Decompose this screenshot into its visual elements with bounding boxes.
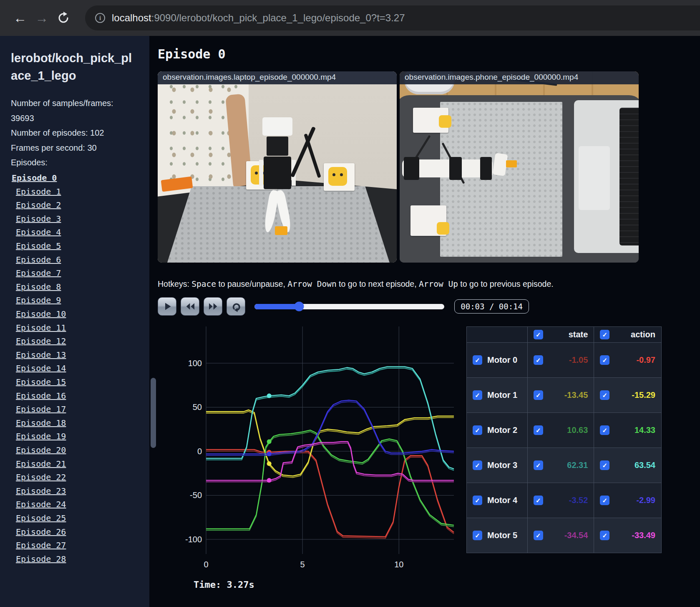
play-button[interactable]: [158, 297, 176, 316]
state-value: -1.05: [569, 355, 588, 365]
address-bar[interactable]: i localhost:9090/lerobot/koch_pick_place…: [85, 5, 700, 30]
sidebar: lerobot/koch_pick_place_1_lego Number of…: [0, 36, 149, 607]
episode-link[interactable]: Episode 21: [16, 457, 138, 471]
motor-label: Motor 3: [487, 460, 517, 470]
action-value: -33.49: [632, 531, 655, 540]
loop-icon: [229, 300, 243, 313]
action-checkbox[interactable]: [600, 425, 609, 435]
action-column-checkbox[interactable]: [600, 330, 609, 339]
episode-link[interactable]: Episode 5: [16, 239, 138, 253]
motor-checkbox[interactable]: [473, 425, 482, 435]
episode-link[interactable]: Episode 14: [16, 362, 138, 375]
svg-text:10: 10: [394, 560, 403, 569]
samples-count: Number of samples/frames: 39693: [11, 96, 138, 126]
state-value: 10.63: [567, 425, 588, 435]
rewind-button[interactable]: [181, 297, 199, 316]
episodes-count: Number of episodes: 102: [11, 126, 138, 141]
svg-text:50: 50: [193, 402, 202, 412]
motor-checkbox[interactable]: [473, 355, 482, 365]
state-checkbox[interactable]: [534, 425, 543, 435]
episode-link[interactable]: Episode 10: [16, 307, 138, 321]
player-controls: 00:03 / 00:14: [158, 297, 529, 316]
page-title: Episode 0: [158, 47, 700, 61]
episode-link[interactable]: Episode 24: [16, 498, 138, 511]
episode-link[interactable]: Episode 12: [16, 334, 138, 348]
action-checkbox[interactable]: [600, 460, 609, 470]
action-value: -15.29: [632, 390, 655, 400]
episode-link[interactable]: Episode 20: [16, 443, 138, 457]
chart-time-label: Time: 3.27s: [194, 579, 457, 590]
action-checkbox[interactable]: [600, 496, 609, 505]
state-checkbox[interactable]: [534, 496, 543, 505]
action-value: -2.99: [636, 496, 655, 505]
svg-text:0: 0: [197, 447, 202, 456]
episode-link[interactable]: Episode 28: [16, 552, 138, 566]
episode-link[interactable]: Episode 18: [16, 416, 138, 430]
action-checkbox[interactable]: [600, 390, 609, 400]
site-info-icon[interactable]: i: [95, 13, 105, 23]
fast-forward-icon: [206, 300, 220, 313]
motor-chart-canvas[interactable]: -100-500501000510: [158, 326, 457, 574]
motor-checkbox[interactable]: [473, 460, 482, 470]
state-checkbox[interactable]: [534, 355, 543, 365]
state-checkbox[interactable]: [534, 390, 543, 400]
action-value: -0.97: [636, 355, 655, 365]
episode-link[interactable]: Episode 4: [16, 225, 138, 239]
state-checkbox[interactable]: [534, 531, 543, 540]
episode-link[interactable]: Episode 1: [16, 185, 138, 199]
episode-link[interactable]: Episode 9: [16, 293, 138, 307]
episode-link[interactable]: Episode 15: [16, 375, 138, 389]
episode-link[interactable]: Episode 25: [16, 511, 138, 525]
episode-link[interactable]: Episode 2: [16, 198, 138, 212]
episode-link[interactable]: Episode 19: [16, 430, 138, 443]
action-column-label: action: [631, 330, 655, 339]
back-button[interactable]: ←: [9, 10, 31, 26]
svg-text:-100: -100: [185, 535, 202, 544]
seek-slider-thumb[interactable]: [294, 302, 304, 311]
box-bottom: [410, 205, 446, 236]
play-icon: [161, 300, 174, 313]
episode-link[interactable]: Episode 3: [16, 212, 138, 226]
episode-link[interactable]: Episode 23: [16, 484, 138, 498]
action-value: 63.54: [635, 460, 655, 470]
svg-text:100: 100: [188, 359, 202, 368]
reload-button[interactable]: [53, 12, 74, 24]
episode-link[interactable]: Episode 13: [16, 348, 138, 362]
episode-link[interactable]: Episode 17: [16, 402, 138, 416]
episode-link[interactable]: Episode 6: [16, 253, 138, 267]
action-checkbox[interactable]: [600, 531, 609, 540]
motor-checkbox[interactable]: [473, 390, 482, 400]
state-checkbox[interactable]: [534, 460, 543, 470]
episode-link[interactable]: Episode 8: [16, 280, 138, 294]
browser-toolbar: ← → i localhost:9090/lerobot/koch_pick_p…: [0, 0, 700, 36]
seek-slider[interactable]: [254, 304, 444, 309]
video-laptop-frame: [158, 71, 397, 263]
svg-text:0: 0: [204, 560, 208, 569]
fast-forward-button[interactable]: [204, 297, 222, 316]
episode-link[interactable]: Episode 22: [16, 470, 138, 484]
scrollbar-thumb[interactable]: [151, 378, 156, 448]
box-top: [413, 108, 449, 133]
state-value: -3.52: [569, 496, 588, 505]
motor-label: Motor 2: [487, 425, 517, 435]
motor-checkbox[interactable]: [473, 496, 482, 505]
action-checkbox[interactable]: [600, 355, 609, 365]
state-column-checkbox[interactable]: [534, 330, 543, 339]
motor-table: state action Motor 0-1.05-0.97Motor 1-13…: [466, 326, 662, 553]
episode-link[interactable]: Episode 16: [16, 389, 138, 403]
motor-row: Motor 362.3163.54: [467, 448, 662, 483]
loop-button[interactable]: [227, 297, 245, 316]
episode-list: Episode 0Episode 1Episode 2Episode 3Epis…: [11, 171, 138, 566]
url-text: localhost:9090/lerobot/koch_pick_place_1…: [112, 12, 405, 24]
episode-link[interactable]: Episode 0: [12, 171, 138, 185]
video-phone[interactable]: observation.images.phone_episode_000000.…: [400, 71, 639, 263]
motor-checkbox[interactable]: [473, 531, 482, 540]
episode-link[interactable]: Episode 11: [16, 321, 138, 335]
video-laptop[interactable]: observation.images.laptop_episode_000000…: [158, 71, 397, 263]
episode-link[interactable]: Episode 27: [16, 539, 138, 552]
svg-text:-50: -50: [190, 491, 202, 500]
forward-button[interactable]: →: [31, 10, 53, 26]
episode-link[interactable]: Episode 26: [16, 525, 138, 539]
keyboard: [619, 108, 639, 245]
episode-link[interactable]: Episode 7: [16, 266, 138, 280]
